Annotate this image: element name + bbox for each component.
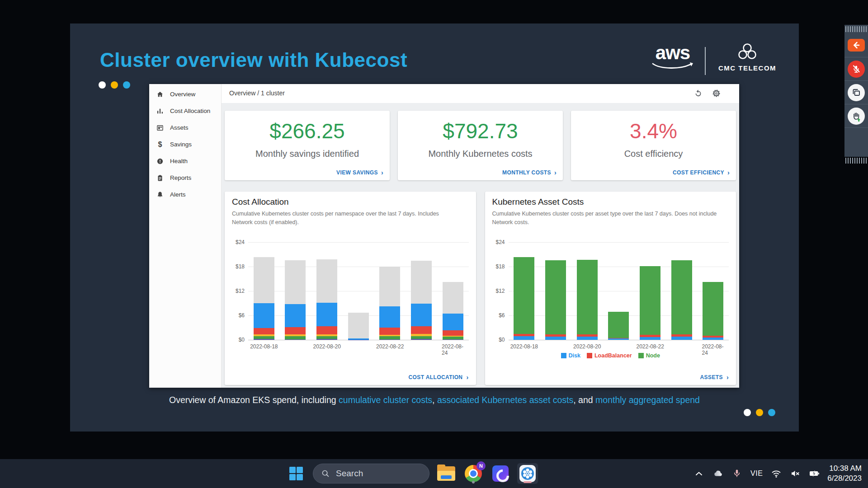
toolbar-spacer [844,127,868,156]
asset-costs-card: Kubernetes Asset Costs Cumulative Kubern… [485,192,736,385]
sidebar-item-overview[interactable]: Overview [149,86,221,103]
gridline [248,340,469,340]
running-indicator [472,481,475,483]
segment-other [411,339,432,340]
bars-container [248,242,469,340]
monthly-costs-link[interactable]: MONTHLY COSTS› [502,169,557,176]
raise-hand-icon [850,110,862,122]
segment-Node [608,312,629,338]
file-explorer-button[interactable] [436,463,457,484]
cost-efficiency-link[interactable]: COST EFFICIENCY› [673,169,730,176]
segment-blue [379,306,400,328]
meeting-toolbar [844,25,868,157]
progress-dot [756,409,763,416]
bar-2022-08-21 [348,313,369,340]
refresh-icon[interactable] [693,89,703,100]
active-presentation-app-button[interactable] [517,463,538,484]
sidebar-item-cost-allocation[interactable]: Cost Allocation [149,103,221,119]
onedrive-cloud-icon[interactable] [708,464,727,483]
chevron-right-icon: › [726,374,729,380]
language-indicator[interactable]: VIE [746,464,767,483]
segment-other [316,339,337,340]
caption-highlight-text: cumulative cluster costs [339,395,432,405]
legend-item-loadbalancer: LoadBalancer [587,352,632,359]
kubecost-content: $266.25Monthly savings identifiedVIEW SA… [222,103,739,388]
sidebar-item-assets[interactable]: Assets [149,119,221,136]
segment-idle-gray [379,267,400,306]
chrome-icon: N [465,465,482,482]
kubecost-topbar: Overview / 1 cluster [222,84,739,103]
segment-other [254,339,274,340]
copy-slides-icon [851,87,862,98]
tray-chevron-up-icon[interactable] [689,464,708,483]
legend-item-node: Node [638,352,660,359]
bar-2022-08-20 [577,260,598,340]
segment-Node [545,260,566,335]
start-button[interactable] [286,463,307,484]
legend-label: LoadBalancer [594,352,632,359]
bar-2022-08-23 [411,261,432,340]
sidebar-item-reports[interactable]: Reports [149,169,221,186]
bar-2022-08-18 [254,257,274,340]
microphone-in-use-icon[interactable] [727,464,746,483]
slide-progress-dots-top [99,81,130,89]
sidebar-item-label: Overview [170,91,195,98]
search-icon [321,469,330,479]
x-axis-tick-label: 2022-08-18 [250,343,278,350]
sidebar-item-health[interactable]: Health [149,153,221,169]
chrome-button[interactable]: N [463,463,484,484]
slide-progress-dots-bottom [744,409,775,416]
drag-handle-bottom[interactable] [845,158,867,164]
stat-card: 3.4%Cost efficiencyCOST EFFICIENCY› [571,111,736,180]
wifi-icon[interactable] [767,464,786,483]
view-savings-link[interactable]: VIEW SAVINGS› [336,169,383,176]
cmc-logo-text: CMC TELECOM [716,64,779,72]
search-input[interactable]: Search [313,464,429,483]
assets-icon [156,124,164,132]
microsoft-365-button[interactable] [490,463,511,484]
stat-label: Monthly Kubernetes costs [398,149,563,159]
bar-2022-08-21 [608,312,629,340]
volume-muted-icon[interactable] [786,464,805,483]
notification-badge: N [476,461,486,470]
caption-text: , [432,395,437,405]
share-screen-button[interactable] [844,80,868,104]
segment-other [443,339,463,340]
presentation-slide: Cluster overview with Kubecost aws CMC T… [70,23,799,432]
x-axis-tick-label: 2022-08-22 [376,343,404,350]
segment-red [379,328,400,335]
raise-hand-button[interactable] [844,104,868,127]
drag-handle-top[interactable] [845,26,867,32]
tray-time: 10:38 AM [827,464,862,474]
assets-link[interactable]: ASSETS› [700,374,729,380]
y-axis-tick-label: $6 [485,312,505,319]
y-axis-tick-label: $24 [485,239,505,245]
legend-label: Disk [569,352,580,359]
progress-dot [744,409,751,416]
y-axis-tick-label: $12 [485,288,505,294]
aws-smile-icon [651,62,694,71]
sidebar-item-savings[interactable]: $Savings [149,136,221,153]
back-button[interactable] [844,33,868,57]
breadcrumb[interactable]: Overview / 1 cluster [229,89,285,97]
segment-Disk [514,336,534,340]
cost-allocation-link[interactable]: COST ALLOCATION› [408,374,468,380]
mic-muted-icon [851,64,862,75]
segment-Node [577,260,598,335]
bar-2022-08-19 [285,260,306,340]
x-axis-tick-label: 2022-08-20 [573,343,601,350]
settings-gear-icon[interactable] [712,89,721,100]
segment-Disk [640,337,660,340]
microphone-muted-button[interactable] [844,57,868,80]
clock[interactable]: 10:38 AM 6/28/2023 [824,464,868,483]
chevron-right-icon: › [554,169,557,176]
aws-logo-text: aws [648,43,698,62]
cost-allocation-card: Cost Allocation Cumulative Kubernetes cl… [225,192,476,385]
slide-title: Cluster overview with Kubecost [100,49,407,71]
sidebar-item-alerts[interactable]: Alerts [149,186,221,203]
caption-text: , and [573,395,595,405]
aws-logo: aws [648,43,698,73]
segment-red [443,330,463,336]
battery-charging-icon[interactable] [805,464,824,483]
segment-Node [703,282,723,336]
